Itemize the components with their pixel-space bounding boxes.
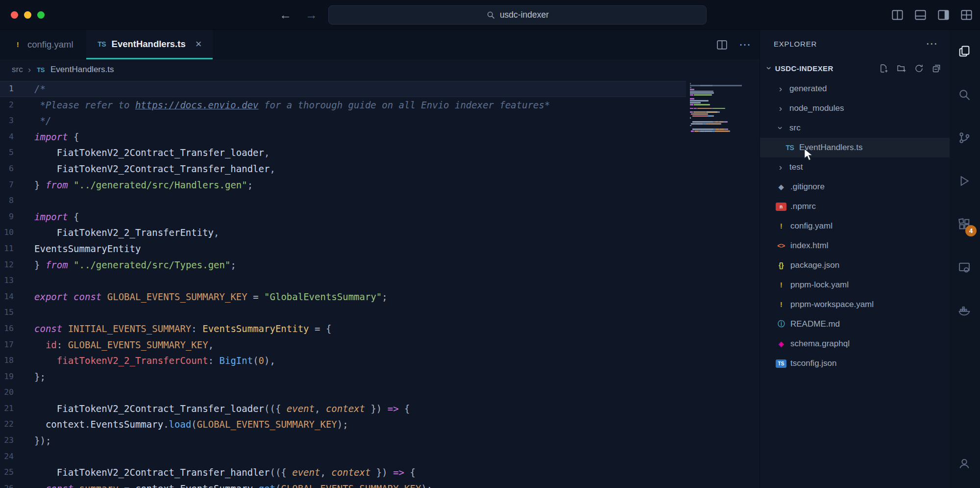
code-line[interactable]: 8: [0, 193, 686, 209]
code-line[interactable]: 7} from "../generated/src/Handlers.gen";: [0, 177, 686, 193]
close-window-button[interactable]: [11, 11, 18, 19]
code-line[interactable]: 26 const summary = context.EventsSummary…: [0, 481, 686, 488]
code-line[interactable]: 11EventsSummaryEntity: [0, 241, 686, 257]
forward-icon[interactable]: →: [305, 8, 318, 22]
code-line[interactable]: 5 FiatTokenV2_2Contract_Transfer_loader,: [0, 145, 686, 161]
code-token: GLOBAL_EVENTS_SUMMARY_KEY: [107, 291, 247, 302]
breadcrumb-file[interactable]: EventHandlers.ts: [50, 65, 114, 75]
code-token: ,: [315, 403, 326, 414]
code-line[interactable]: 20: [0, 385, 686, 401]
code-line[interactable]: 4import {: [0, 129, 686, 145]
explorer-view-icon[interactable]: [957, 45, 972, 59]
code-token: import: [34, 131, 68, 142]
split-editor-icon[interactable]: [891, 8, 904, 22]
explorer-item-generated[interactable]: ›generated: [760, 79, 950, 99]
code-token: {: [68, 131, 79, 142]
explorer-item-pnpm-lock.yaml[interactable]: !pnpm-lock.yaml: [760, 275, 950, 295]
explorer-item-node_modules[interactable]: ›node_modules: [760, 99, 950, 118]
run-debug-icon[interactable]: [957, 174, 972, 189]
code-line[interactable]: 22 context.EventsSummary.load(GLOBAL_EVE…: [0, 416, 686, 433]
explorer-item-tsconfig.json[interactable]: TStsconfig.json: [760, 354, 950, 373]
explorer-item-src[interactable]: ›src: [760, 118, 950, 138]
editor[interactable]: 1/*2 *Please refer to https://docs.envio…: [0, 80, 760, 488]
explorer-more-actions-icon[interactable]: ⋯: [926, 38, 938, 50]
project-name: USDC-INDEXER: [775, 64, 833, 73]
explorer-item-test[interactable]: ›test: [760, 157, 950, 177]
explorer-item-pnpm-workspace.yaml[interactable]: !pnpm-workspace.yaml: [760, 295, 950, 314]
code-token: for a thorough guide on all Envio indexe…: [259, 100, 550, 110]
tsconfig-file-icon: TS: [776, 360, 786, 368]
refresh-explorer-icon[interactable]: [914, 63, 924, 74]
project-root-row[interactable]: › USDC-INDEXER: [760, 57, 950, 79]
zoom-window-button[interactable]: [37, 11, 45, 19]
toggle-panel-icon[interactable]: [914, 8, 927, 22]
code-line[interactable]: 17 id: GLOBAL_EVENTS_SUMMARY_KEY,: [0, 337, 686, 353]
minimize-window-button[interactable]: [24, 11, 31, 19]
explorer-item-.gitignore[interactable]: ◆.gitignore: [760, 177, 950, 197]
code-line[interactable]: 23});: [0, 433, 686, 449]
new-file-icon[interactable]: [879, 63, 889, 74]
code-line[interactable]: 19};: [0, 369, 686, 385]
code-line[interactable]: 13: [0, 273, 686, 289]
code-line[interactable]: 2 *Please refer to https://docs.envio.de…: [0, 97, 686, 113]
code-line[interactable]: 12} from "../generated/src/Types.gen";: [0, 257, 686, 273]
tab-EventHandlers.ts[interactable]: TSEventHandlers.ts×: [86, 30, 213, 59]
code-line[interactable]: 3 */: [0, 113, 686, 129]
code-line[interactable]: 18 fiatTokenV2_2_TransferCount: BigInt(0…: [0, 353, 686, 369]
code-token: from: [46, 259, 68, 270]
code-line[interactable]: 1/*: [0, 81, 686, 97]
customize-layout-icon[interactable]: [960, 8, 973, 22]
code-line[interactable]: 15: [0, 305, 686, 321]
mouse-cursor: [803, 148, 815, 162]
code-line[interactable]: 16const INITIAL_EVENTS_SUMMARY: EventsSu…: [0, 321, 686, 337]
explorer-item-README.md[interactable]: ⓘREADME.md: [760, 314, 950, 334]
line-number: 17: [0, 337, 34, 353]
command-center-search[interactable]: usdc-indexer: [328, 5, 707, 25]
tab-config.yaml[interactable]: !config.yaml: [0, 30, 86, 59]
close-tab-icon[interactable]: ×: [196, 38, 202, 51]
code-token: ,: [214, 227, 219, 238]
docker-icon[interactable]: [957, 304, 972, 318]
explorer-item-EventHandlers.ts[interactable]: TSEventHandlers.ts: [760, 138, 950, 157]
live-preview-icon[interactable]: [957, 260, 972, 275]
split-editor-icon[interactable]: [716, 39, 728, 51]
explorer-item-package.json[interactable]: {}package.json: [760, 256, 950, 275]
extensions-icon[interactable]: 4: [957, 217, 972, 232]
explorer-item-schema.graphql[interactable]: ◈schema.graphql: [760, 334, 950, 354]
code-text: import {: [34, 129, 79, 145]
code-token: const: [74, 291, 101, 302]
editor-more-actions-icon[interactable]: ⋯: [739, 39, 751, 51]
explorer-item-config.yaml[interactable]: !config.yaml: [760, 216, 950, 236]
explorer-item-label: tsconfig.json: [790, 359, 837, 368]
yaml-file-icon: !: [776, 222, 786, 230]
minimap[interactable]: [690, 83, 751, 132]
code-token: INITIAL_EVENTS_SUMMARY: [68, 323, 192, 334]
code-token: [34, 483, 46, 488]
explorer-item-.npmrc[interactable]: n.npmrc: [760, 197, 950, 216]
code-token: import: [34, 211, 68, 222]
accounts-icon[interactable]: [957, 457, 972, 471]
code-line[interactable]: 14export const GLOBAL_EVENTS_SUMMARY_KEY…: [0, 289, 686, 305]
code-token: BigInt: [220, 355, 253, 366]
code-line[interactable]: 24: [0, 449, 686, 465]
code-line[interactable]: 9import {: [0, 209, 686, 225]
back-icon[interactable]: ←: [279, 8, 292, 22]
line-number: 24: [0, 449, 34, 465]
code-line[interactable]: 6 FiatTokenV2_2Contract_Transfer_handler…: [0, 161, 686, 177]
code-token: event: [292, 467, 320, 478]
new-folder-icon[interactable]: [896, 63, 906, 74]
code-line[interactable]: 25 FiatTokenV2_2Contract_Transfer_handle…: [0, 464, 686, 481]
code-line[interactable]: 21 FiatTokenV2_2Contract_Transfer_loader…: [0, 401, 686, 417]
toggle-secondary-sidebar-icon[interactable]: [937, 8, 950, 22]
code-line[interactable]: 10 FiatTokenV2_2_TransferEntity,: [0, 225, 686, 241]
search-view-icon[interactable]: [957, 88, 972, 103]
explorer-item-index.html[interactable]: <>index.html: [760, 236, 950, 256]
collapse-folders-icon[interactable]: [931, 63, 942, 74]
code-text: FiatTokenV2_2_TransferEntity,: [34, 225, 220, 241]
code-text: } from "../generated/src/Types.gen";: [34, 257, 236, 273]
source-control-icon[interactable]: [957, 131, 972, 146]
code-token: );: [421, 483, 432, 488]
workbench: !config.yamlTSEventHandlers.ts× ⋯ src › …: [0, 30, 980, 488]
code-token: {: [404, 467, 416, 478]
breadcrumb-folder[interactable]: src: [12, 65, 23, 75]
